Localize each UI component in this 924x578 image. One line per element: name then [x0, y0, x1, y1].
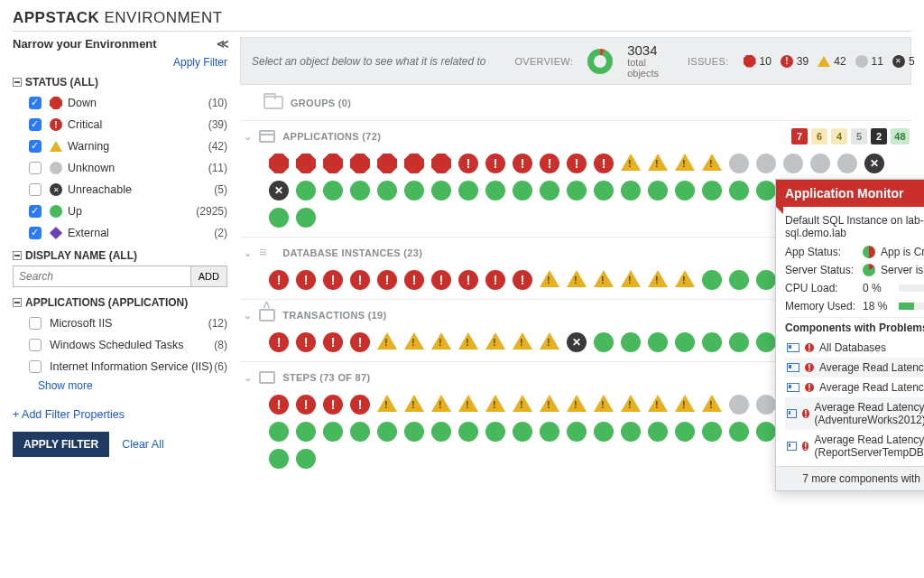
count-tag[interactable]: 5 — [851, 128, 867, 144]
status-dot-warn[interactable] — [404, 395, 424, 412]
status-dot-warn[interactable] — [377, 332, 397, 350]
status-dot-warn[interactable] — [621, 395, 641, 412]
status-dot-green[interactable] — [756, 181, 776, 200]
status-dot-green[interactable] — [323, 181, 343, 200]
status-dot-green[interactable] — [756, 332, 776, 352]
issue-chip[interactable]: 42 — [818, 55, 845, 68]
status-dot-stop[interactable] — [431, 154, 451, 173]
status-dot-warn[interactable] — [431, 332, 451, 350]
status-filter-row[interactable]: Critical(39) — [13, 114, 227, 135]
status-dot-green[interactable] — [567, 422, 587, 442]
status-dot-crit[interactable] — [323, 270, 343, 290]
status-dot-crit[interactable] — [323, 395, 343, 415]
status-dot-green[interactable] — [540, 181, 559, 200]
status-dot-warn[interactable] — [513, 395, 532, 412]
show-more-link[interactable]: Show more — [13, 379, 227, 392]
status-dot-warn[interactable] — [485, 332, 505, 350]
status-dot-green[interactable] — [513, 181, 532, 200]
status-dot-warn[interactable] — [404, 332, 424, 350]
status-dot-green[interactable] — [729, 332, 749, 352]
status-dot-crit[interactable] — [485, 270, 505, 290]
app-filter-row[interactable]: Internet Information Service (IIS)(6) — [13, 356, 227, 378]
status-dot-warn[interactable] — [431, 395, 451, 412]
status-dot-warn[interactable] — [675, 270, 695, 287]
issue-chip[interactable]: 11 — [855, 55, 883, 68]
status-filter-row[interactable]: Unknown(11) — [13, 157, 227, 179]
status-dot-crit[interactable] — [296, 332, 316, 352]
status-dot-warn[interactable] — [567, 270, 587, 287]
status-dot-green[interactable] — [377, 422, 397, 442]
status-dot-warn[interactable] — [485, 395, 505, 412]
displayname-search-input[interactable] — [13, 266, 190, 287]
status-dot-stop[interactable] — [296, 154, 316, 173]
status-dot-green[interactable] — [540, 422, 559, 442]
count-tag[interactable]: 2 — [871, 128, 887, 144]
status-dot-green[interactable] — [350, 422, 370, 442]
count-tag[interactable]: 48 — [891, 128, 910, 144]
status-dot-warn[interactable] — [648, 270, 668, 287]
issue-chip[interactable]: 39 — [781, 55, 808, 68]
component-row[interactable]: Average Read Latency (dnn) — [785, 378, 924, 397]
status-dot-crit[interactable] — [458, 154, 478, 173]
status-dot-warn[interactable] — [377, 395, 397, 412]
status-dot-crit[interactable] — [404, 270, 424, 290]
status-dot-green[interactable] — [350, 181, 370, 200]
status-dot-grey[interactable] — [729, 154, 749, 173]
displayname-add-button[interactable]: ADD — [190, 266, 227, 287]
status-dot-grey[interactable] — [810, 154, 830, 173]
status-dot-green[interactable] — [269, 208, 289, 228]
status-dot-warn[interactable] — [621, 270, 641, 287]
status-dot-green[interactable] — [404, 181, 424, 200]
status-dot-crit[interactable] — [485, 154, 505, 173]
status-dot-crit[interactable] — [377, 270, 397, 290]
status-dot-grey[interactable] — [756, 395, 776, 415]
status-dot-green[interactable] — [621, 332, 641, 352]
status-dot-crit[interactable] — [269, 395, 289, 415]
status-dot-green[interactable] — [458, 181, 478, 200]
popover-more-link[interactable]: 7 more components with problems — [776, 466, 924, 490]
status-dot-crit[interactable] — [296, 270, 316, 290]
status-dot-green[interactable] — [702, 270, 722, 290]
status-dot-warn[interactable] — [648, 154, 668, 171]
status-dot-green[interactable] — [377, 181, 397, 200]
apply-filter-link[interactable]: Apply Filter — [13, 56, 227, 69]
status-dot-warn[interactable] — [540, 332, 559, 350]
status-filter-row[interactable]: Up(2925) — [13, 200, 227, 222]
issue-chip[interactable]: 5 — [892, 55, 915, 68]
status-dot-warn[interactable] — [702, 395, 722, 412]
status-dot-warn[interactable] — [675, 154, 695, 171]
status-checkbox[interactable] — [29, 183, 42, 196]
status-dot-stop[interactable] — [350, 154, 370, 173]
status-dot-green[interactable] — [702, 332, 722, 352]
component-row[interactable]: All Databases — [785, 338, 924, 358]
status-dot-green[interactable] — [485, 181, 505, 200]
status-dot-warn[interactable] — [540, 270, 559, 287]
app-filter-row[interactable]: Microsoft IIS(12) — [13, 312, 227, 334]
status-dot-unr[interactable] — [567, 332, 587, 352]
status-dot-green[interactable] — [756, 270, 776, 290]
status-dot-crit[interactable] — [296, 395, 316, 415]
status-dot-green[interactable] — [431, 422, 451, 442]
status-dot-green[interactable] — [296, 422, 316, 442]
status-dot-stop[interactable] — [377, 154, 397, 173]
status-dot-stop[interactable] — [404, 154, 424, 173]
status-dot-warn[interactable] — [675, 395, 695, 412]
status-group-title[interactable]: STATUS (ALL) — [13, 76, 227, 89]
status-filter-row[interactable]: Warning(42) — [13, 135, 227, 157]
status-dot-warn[interactable] — [702, 154, 722, 171]
status-dot-crit[interactable] — [323, 332, 343, 352]
status-filter-row[interactable]: External(2) — [13, 222, 227, 244]
status-dot-green[interactable] — [485, 422, 505, 442]
status-dot-warn[interactable] — [648, 395, 668, 412]
status-dot-warn[interactable] — [594, 270, 614, 287]
count-tag[interactable]: 4 — [831, 128, 847, 144]
status-filter-row[interactable]: Down(10) — [13, 92, 227, 114]
status-dot-crit[interactable] — [350, 332, 370, 352]
status-dot-green[interactable] — [675, 181, 695, 200]
status-dot-crit[interactable] — [540, 154, 559, 173]
status-dot-crit[interactable] — [269, 332, 289, 352]
status-dot-green[interactable] — [431, 181, 451, 200]
component-row[interactable]: Average Read Latency (ReportServerTempDB… — [785, 430, 924, 462]
status-dot-grey[interactable] — [729, 395, 749, 415]
status-dot-warn[interactable] — [458, 395, 478, 412]
